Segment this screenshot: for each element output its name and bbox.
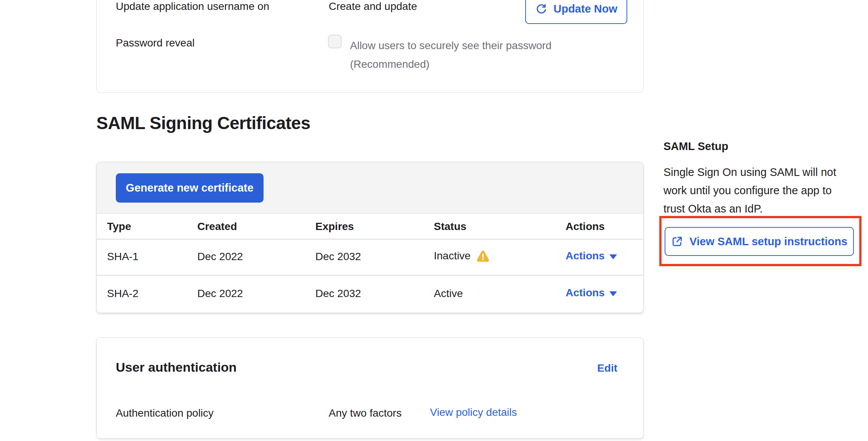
view-saml-instructions-button[interactable]: View SAML setup instructions xyxy=(665,227,854,256)
edit-link[interactable]: Edit xyxy=(597,362,617,374)
app-settings-card: Update application username on Create an… xyxy=(96,0,644,93)
cert-row-1-created: Dec 2022 xyxy=(197,251,243,263)
status-text: Inactive xyxy=(434,250,471,262)
user-authentication-heading: User authentication xyxy=(116,360,237,375)
user-authentication-card: User authentication Edit Authentication … xyxy=(96,337,644,439)
col-header-status: Status xyxy=(434,220,467,233)
caret-down-icon xyxy=(609,254,617,259)
generate-certificate-button[interactable]: Generate new certificate xyxy=(116,173,264,203)
cert-row-1-actions-button[interactable]: Actions xyxy=(566,250,617,262)
page-title: SAML Signing Certificates xyxy=(96,113,310,133)
cert-row-1-type: SHA-1 xyxy=(107,251,138,263)
cert-row-2-created: Dec 2022 xyxy=(197,288,243,300)
update-now-button[interactable]: Update Now xyxy=(525,0,627,24)
col-header-actions: Actions xyxy=(566,220,605,233)
generate-certificate-label: Generate new certificate xyxy=(126,182,253,194)
annotation-highlight-box: View SAML setup instructions xyxy=(659,216,862,266)
col-header-type: Type xyxy=(107,220,131,233)
actions-label: Actions xyxy=(566,250,605,262)
cert-row-1-expires: Dec 2032 xyxy=(315,251,361,263)
table-divider xyxy=(97,239,643,240)
cert-row-2-actions-button[interactable]: Actions xyxy=(566,287,617,299)
okta-app-settings-page: Update application username on Create an… xyxy=(0,0,868,441)
external-link-icon xyxy=(671,235,683,248)
password-reveal-checkbox[interactable] xyxy=(328,35,342,48)
authentication-policy-value: Any two factors xyxy=(329,407,401,419)
username-update-value: Create and update xyxy=(329,0,417,13)
cert-row-1-status: Inactive xyxy=(434,249,490,263)
actions-label: Actions xyxy=(566,287,605,299)
saml-certificates-card: Generate new certificate Type Created Ex… xyxy=(96,162,644,313)
caret-down-icon xyxy=(609,291,617,296)
col-header-expires: Expires xyxy=(315,220,354,233)
warning-icon xyxy=(476,249,490,263)
view-policy-details-link[interactable]: View policy details xyxy=(430,406,517,419)
col-header-created: Created xyxy=(197,220,237,233)
update-now-label: Update Now xyxy=(553,3,617,15)
password-reveal-checkbox-label: Allow users to securely see their passwo… xyxy=(350,36,579,74)
cert-row-2-status: Active xyxy=(434,288,463,300)
view-saml-instructions-label: View SAML setup instructions xyxy=(689,235,847,248)
saml-setup-description: Single Sign On using SAML will not work … xyxy=(663,163,856,218)
username-update-label: Update application username on xyxy=(116,0,269,13)
table-divider xyxy=(97,275,643,276)
authentication-policy-label: Authentication policy xyxy=(116,407,214,419)
refresh-icon xyxy=(535,3,547,15)
saml-setup-heading: SAML Setup xyxy=(663,140,728,153)
cert-row-2-type: SHA-2 xyxy=(107,288,138,300)
password-reveal-label: Password reveal xyxy=(116,37,195,49)
cert-row-2-expires: Dec 2032 xyxy=(315,288,361,300)
